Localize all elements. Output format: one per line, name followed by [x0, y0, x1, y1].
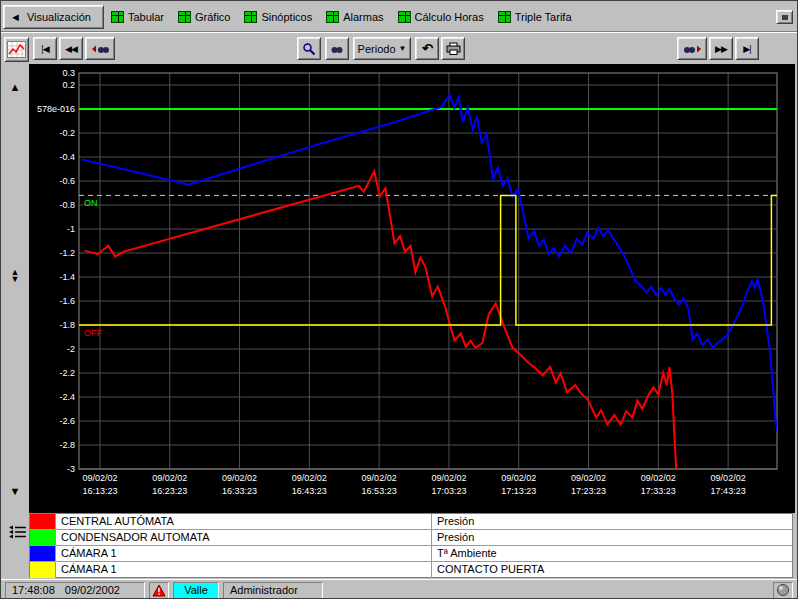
chart-settings-button[interactable] — [4, 37, 29, 62]
menu-item-alarmas[interactable]: Alarmas — [319, 5, 390, 29]
x-axis-time-label: 17:03:23 — [431, 486, 466, 496]
legend-row[interactable]: CONDENSADOR AUTOMATA Presión — [30, 530, 792, 546]
menu-item-calculo-horas[interactable]: Cálculo Horas — [391, 5, 491, 29]
series-color-swatch-yellow — [30, 562, 56, 578]
x-axis-date-label: 09/02/02 — [362, 473, 397, 483]
search-backward-button[interactable] — [85, 37, 115, 60]
calculo-horas-icon — [398, 11, 411, 23]
x-axis-date-label: 09/02/02 — [501, 473, 536, 483]
series-color-swatch-green — [30, 530, 56, 545]
menu-item-grafico[interactable]: Gráfico — [171, 5, 237, 29]
y-axis-label: -0.2 — [59, 128, 75, 138]
zoom-arrow-icon — [302, 42, 316, 56]
scale-updown-button[interactable]: ▲ ▼ — [6, 269, 24, 283]
tariff-period-label: Valle — [184, 584, 208, 596]
zoom-select-button[interactable] — [297, 37, 321, 60]
grafico-icon — [178, 11, 191, 23]
y-axis-label: -1.4 — [59, 272, 75, 282]
status-indicator-panel — [773, 582, 793, 599]
print-button[interactable] — [441, 37, 465, 60]
page-back-icon: ◀◀ — [65, 44, 77, 54]
y-axis-label: 0.3 — [62, 68, 75, 78]
x-axis-date-label: 09/02/02 — [292, 473, 327, 483]
window-control-icon — [782, 15, 788, 20]
y-axis-label: 0.2 — [62, 80, 75, 90]
window-control-button[interactable] — [776, 10, 793, 24]
menu-item-label: Tabular — [128, 11, 164, 23]
trend-chart[interactable]: ONOFF0.30.2578e-016-0.2-0.4-0.6-0.8-1-1.… — [29, 64, 795, 513]
menu-item-label: Alarmas — [343, 11, 383, 23]
clock-panel: 17:48:08 09/02/2002 — [5, 582, 145, 599]
x-axis-date-label: 09/02/02 — [431, 473, 466, 483]
x-axis-time-label: 16:13:23 — [82, 486, 117, 496]
y-axis-label: -1.6 — [59, 296, 75, 306]
x-axis-time-label: 17:43:23 — [711, 486, 746, 496]
y-axis-label: -2.2 — [59, 368, 75, 378]
y-axis-label: -2.8 — [59, 440, 75, 450]
menu-item-label: Gráfico — [195, 11, 230, 23]
legend-row[interactable]: CÁMARA 1 CONTACTO PUERTA — [30, 562, 792, 578]
sinopticos-icon — [244, 11, 257, 23]
status-time: 17:48:08 — [12, 584, 55, 596]
tab-visualizacion[interactable]: ◄ Visualización — [3, 5, 104, 29]
series-signal: Presión — [432, 530, 792, 545]
threshold-on-label: ON — [84, 198, 98, 208]
chart-background — [29, 64, 795, 513]
scroll-up-button[interactable]: ▲ — [6, 81, 24, 93]
x-axis-date-label: 09/02/02 — [711, 473, 746, 483]
legend-settings-icon — [8, 524, 27, 540]
go-first-icon: |◀ — [41, 44, 48, 54]
tab-label: Visualización — [27, 11, 91, 23]
x-axis-date-label: 09/02/02 — [152, 473, 187, 483]
tab-back-icon: ◄ — [10, 11, 21, 23]
threshold-off-label: OFF — [84, 328, 102, 338]
binoculars-left-icon — [92, 43, 109, 55]
tariff-period-badge: Valle — [173, 582, 219, 599]
y-axis-label: -3 — [67, 464, 75, 474]
user-name: Administrador — [230, 584, 298, 596]
menu-item-sinopticos[interactable]: Sinópticos — [237, 5, 319, 29]
legend-settings-button[interactable] — [5, 521, 29, 543]
menu-item-label: Triple Tarifa — [515, 11, 572, 23]
binoculars-icon — [330, 43, 344, 55]
search-forward-button[interactable] — [677, 37, 707, 60]
x-axis-date-label: 09/02/02 — [641, 473, 676, 483]
main-menubar: ◄ Visualización Tabular Gráfico Sinóptic… — [1, 1, 797, 32]
series-name: CONDENSADOR AUTOMATA — [56, 530, 432, 545]
series-name: CÁMARA 1 — [56, 546, 432, 561]
alarmas-icon — [326, 11, 339, 23]
y-axis-label: 578e-016 — [37, 104, 75, 114]
arrow-down-icon: ▼ — [11, 276, 20, 283]
y-axis-label: -0.4 — [59, 152, 75, 162]
x-axis-date-label: 09/02/02 — [222, 473, 257, 483]
x-axis-time-label: 17:33:23 — [641, 486, 676, 496]
series-name: CÁMARA 1 — [56, 562, 432, 578]
scroll-down-button[interactable]: ▼ — [6, 485, 24, 497]
undo-icon: ↶ — [422, 41, 432, 56]
legend-row[interactable]: CENTRAL AUTÓMATA Presión — [30, 514, 792, 530]
x-axis-time-label: 16:53:23 — [362, 486, 397, 496]
status-bar: 17:48:08 09/02/2002 Valle Administrador — [1, 579, 797, 599]
x-axis-date-label: 09/02/02 — [571, 473, 606, 483]
page-forward-button[interactable]: ▶▶ — [709, 37, 733, 60]
y-axis-label: -1.8 — [59, 320, 75, 330]
periodo-dropdown[interactable]: Periodo ▼ — [353, 37, 411, 60]
page-back-button[interactable]: ◀◀ — [59, 37, 83, 60]
series-name: CENTRAL AUTÓMATA — [56, 514, 432, 529]
triple-tarifa-icon — [498, 11, 511, 23]
menu-item-triple-tarifa[interactable]: Triple Tarifa — [491, 5, 579, 29]
x-axis-time-label: 17:13:23 — [501, 486, 536, 496]
go-first-button[interactable]: |◀ — [33, 37, 57, 60]
undo-button[interactable]: ↶ — [415, 37, 439, 60]
legend-table: CENTRAL AUTÓMATA Presión CONDENSADOR AUT… — [29, 513, 793, 578]
go-last-button[interactable]: ▶| — [735, 37, 759, 60]
status-date: 09/02/2002 — [65, 584, 120, 596]
y-axis-label: -2 — [67, 344, 75, 354]
menu-item-label: Sinópticos — [261, 11, 312, 23]
y-axis-label: -2.6 — [59, 416, 75, 426]
menu-item-tabular[interactable]: Tabular — [104, 5, 171, 29]
chart-settings-icon — [7, 41, 26, 58]
find-button[interactable] — [325, 37, 349, 60]
alarm-warning-panel[interactable] — [149, 582, 169, 599]
legend-row[interactable]: CÁMARA 1 Tª Ambiente — [30, 546, 792, 562]
